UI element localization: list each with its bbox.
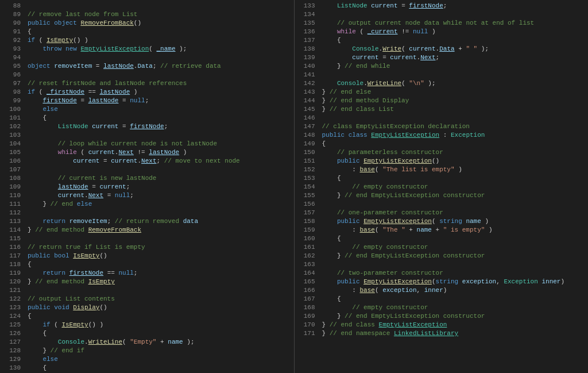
code-content: // loop while current node is not lastNo… [28,140,217,147]
code-content: ListNode current = firstNode; [28,123,168,130]
table-row: 98if ( _firstNode == lastNode ) [0,89,294,97]
table-row: 156 [295,201,589,209]
table-row: 91{ [0,28,294,37]
table-row: 111 } // end else [0,201,294,209]
table-row: 164 // two-parameter constructor [295,270,589,278]
table-row: 112 [0,209,294,218]
code-content: { [322,37,341,44]
line-number: 125 [5,321,21,328]
table-row: 126 { [0,330,294,339]
line-number: 149 [299,140,315,147]
line-number: 105 [5,149,21,156]
line-number: 134 [299,11,315,18]
line-number: 121 [5,287,21,294]
code-content: else [28,356,58,363]
table-row: 163 [295,261,589,270]
code-content: } // end namespace LinkedListLibrary [322,330,459,337]
code-content: public object RemoveFromBack() [28,20,141,26]
line-number: 96 [5,71,21,78]
line-number: 142 [299,80,315,87]
code-content: } // end EmptyListException constructor [322,313,485,320]
table-row: 101 { [0,114,294,123]
line-number: 122 [5,295,21,302]
table-row: 89// remove last node from List [0,11,294,20]
table-row: 158 public EmptyListException( string na… [295,218,589,226]
code-content: } // end method RemoveFromBack [28,226,141,233]
code-content: { [322,295,341,302]
table-row: 153 { [295,175,589,183]
table-row: 121 [0,287,294,295]
table-row: 169 } // end EmptyListException construc… [295,313,589,321]
line-number: 137 [299,37,315,44]
table-row: 138 Console.Write( current.Data + " " ); [295,45,589,54]
table-row: 109 lastNode = current; [0,183,294,192]
line-number: 107 [5,166,21,173]
code-content: throw new EmptyListException( _name ); [28,45,187,52]
code-content: } // end class List [322,106,394,113]
table-row: 104 // loop while current node is not la… [0,140,294,149]
code-content: { [322,235,341,242]
table-row: 108 // current is new lastNode [0,175,294,183]
code-content: // return true if List is empty [28,244,145,251]
code-content: // empty constructor [322,183,428,190]
line-number: 90 [5,20,21,26]
line-number: 158 [299,218,315,225]
code-content: } // end if [28,347,84,354]
line-number: 118 [5,261,21,268]
table-row: 95object removeItem = lastNode.Data; // … [0,63,294,71]
line-number: 155 [299,192,315,199]
line-number: 106 [5,157,21,164]
table-row: 143} // end else [295,89,589,97]
right-pane: 133 ListNode current = firstNode;134135 … [295,0,589,373]
line-number: 117 [5,252,21,259]
code-content: } // end else [322,89,372,95]
table-row: 166 : base( exception, inner) [295,287,589,295]
code-content: firstNode = lastNode = null; [28,97,149,104]
table-row: 94 [0,54,294,63]
table-row: 165 public EmptyListException(string exc… [295,278,589,287]
line-number: 114 [5,226,21,233]
line-number: 150 [299,149,315,156]
line-number: 157 [299,209,315,216]
table-row: 115 [0,235,294,244]
line-number: 145 [299,106,315,113]
code-content: public void Display() [28,304,107,311]
line-number: 112 [5,209,21,216]
table-row: 118{ [0,261,294,270]
code-content: } // end method Display [322,97,409,104]
table-row: 152 : base( "The list is empty" ) [295,166,589,175]
code-content: { [28,261,32,268]
table-row: 119 return firstNode == null; [0,270,294,278]
table-row: 114} // end method RemoveFromBack [0,226,294,235]
line-number: 154 [299,183,315,190]
line-number: 119 [5,270,21,276]
line-number: 88 [5,2,21,9]
table-row: 147// class EmptyListException declarati… [295,123,589,132]
code-content: // empty constructor [322,244,428,251]
line-number: 91 [5,28,21,35]
table-row: 148public class EmptyListException : Exc… [295,132,589,140]
line-number: 168 [299,304,315,311]
table-row: 170} // end class EmptyListException [295,321,589,330]
table-row: 135 // output current node data while no… [295,20,589,28]
table-row: 110 current.Next = null; [0,192,294,201]
line-number: 129 [5,356,21,363]
line-number: 127 [5,339,21,345]
line-number: 161 [299,244,315,251]
table-row: 93 throw new EmptyListException( _name )… [0,45,294,54]
table-row: 116// return true if List is empty [0,244,294,252]
line-number: 108 [5,175,21,182]
code-content: Console.WriteLine( "Empty" + name ); [28,339,195,345]
table-row: 133 ListNode current = firstNode; [295,2,589,11]
line-number: 135 [299,20,315,26]
line-number: 120 [5,278,21,285]
line-number: 171 [299,330,315,337]
table-row: 139 current = current.Next; [295,54,589,63]
table-row: 159 : base( "The " + name + " is empty" … [295,226,589,235]
table-row: 113 return removeItem; // return removed… [0,218,294,226]
line-number: 126 [5,330,21,337]
line-number: 170 [299,321,315,328]
line-number: 95 [5,63,21,70]
table-row: 107 [0,166,294,175]
line-number: 113 [5,218,21,225]
